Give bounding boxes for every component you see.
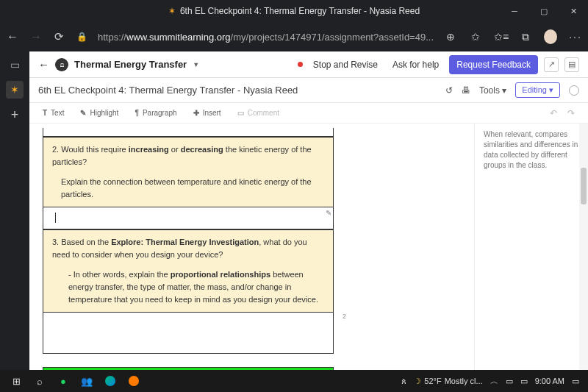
notifications-icon[interactable]: ▭	[572, 377, 579, 386]
page-content: ← ⩍ Thermal Energy Transfer ▼ Stop and R…	[29, 51, 588, 392]
weather-widget[interactable]: ☽ 52°F Mostly cl...	[414, 377, 482, 386]
close-button[interactable]: ✕	[559, 0, 588, 22]
print-icon[interactable]: 🖶	[462, 85, 470, 96]
back-button[interactable]: ←	[6, 30, 19, 43]
open-external-icon[interactable]: ↗	[544, 57, 559, 72]
insert-tool[interactable]: ✚Insert	[193, 109, 221, 117]
recording-dot-icon	[298, 62, 303, 67]
taskbar-teams-icon[interactable]: 👥	[75, 370, 98, 392]
dropdown-icon[interactable]: ▼	[193, 61, 199, 68]
sidebar-active-tab[interactable]: ✶	[6, 81, 24, 99]
menu-button[interactable]: ···	[569, 31, 582, 43]
accessibility-icon[interactable]: ጰ	[401, 377, 406, 386]
app-logo-icon: ⩍	[55, 58, 68, 71]
tray-display-icon[interactable]: ▭	[520, 377, 528, 386]
assignment-title[interactable]: Thermal Energy Transfer	[74, 59, 187, 70]
window-title: 6th EL Checkpoint 4: Thermal Energy Tran…	[180, 6, 420, 16]
undo-button[interactable]: ↶	[550, 108, 557, 118]
reload-button[interactable]: ⟳	[53, 30, 66, 43]
search-button[interactable]: ⌕	[28, 370, 51, 392]
question-3: 3. Based on the Explore: Thermal Energy …	[43, 229, 333, 313]
clipboard-icon[interactable]: ▤	[564, 57, 579, 72]
maximize-button[interactable]: ▢	[529, 0, 559, 22]
editing-mode-button[interactable]: Editing ▾	[515, 82, 560, 98]
zoom-icon[interactable]: ⊕	[444, 31, 457, 43]
app-header: ← ⩍ Thermal Energy Transfer ▼ Stop and R…	[29, 51, 588, 78]
address-bar[interactable]: https://www.summitlearning.org/my/projec…	[98, 32, 434, 43]
sidebar-add-button[interactable]: +	[6, 106, 24, 124]
voice-icon[interactable]	[569, 85, 579, 96]
browser-toolbar: ← → ⟳ 🔒 https://www.summitlearning.org/m…	[0, 22, 588, 51]
tray-chevron-icon[interactable]: ︿	[490, 376, 498, 387]
profile-avatar[interactable]	[544, 29, 557, 44]
clock[interactable]: 9:00 AM	[535, 377, 564, 385]
browser-sidebar: ▭ ✶ +	[0, 51, 29, 392]
sidebar-tab-icon[interactable]: ▭	[6, 56, 24, 74]
history-icon[interactable]: ↺	[445, 85, 453, 96]
document-page[interactable]: 2. Would this require increasing or decr…	[29, 124, 474, 392]
comment-tool[interactable]: ▭Comment	[237, 109, 279, 117]
edit-pencil-icon[interactable]: ✎	[326, 209, 331, 217]
ask-help-button[interactable]: Ask for help	[388, 57, 443, 73]
text-cursor	[55, 213, 56, 223]
document-title: 6th EL Checkpoint 4: Thermal Energy Tran…	[38, 85, 298, 96]
window-titlebar: ✶ 6th EL Checkpoint 4: Thermal Energy Tr…	[0, 0, 588, 22]
rubric-text: When relevant, compares similarities and…	[484, 129, 579, 171]
stop-revise-button[interactable]: Stop and Revise	[309, 57, 382, 73]
app-back-button[interactable]: ←	[38, 58, 49, 71]
tab-favicon: ✶	[168, 6, 176, 16]
favorite-icon[interactable]: ✩	[469, 31, 482, 43]
collections-icon[interactable]: ⧉	[519, 31, 532, 43]
start-button[interactable]: ⊞	[4, 370, 28, 392]
rubric-panel: When relevant, compares similarities and…	[474, 124, 588, 392]
tray-battery-icon[interactable]: ▭	[506, 377, 513, 386]
vertical-scrollbar[interactable]	[579, 124, 588, 392]
questions-table: 2. Would this require increasing or decr…	[43, 128, 334, 354]
weather-text: Mostly cl...	[445, 377, 483, 385]
tools-menu[interactable]: Tools ▾	[479, 85, 506, 96]
answer-input-3[interactable]: 2	[43, 313, 333, 354]
text-tool[interactable]: TText	[43, 109, 64, 117]
moon-icon: ☽	[414, 377, 421, 386]
redo-button[interactable]: ↷	[567, 108, 575, 118]
document-header: 6th EL Checkpoint 4: Thermal Energy Tran…	[29, 78, 588, 103]
comment-count[interactable]: 2	[343, 313, 346, 320]
taskbar-firefox-icon[interactable]	[122, 370, 146, 392]
windows-taskbar: ⊞ ⌕ ● 👥 ጰ ☽ 52°F Mostly cl... ︿ ▭ ▭ 9:00…	[0, 370, 588, 392]
format-toolbar: TText ✎Highlight ¶Paragraph ✚Insert ▭Com…	[29, 103, 588, 124]
taskbar-edge-icon[interactable]	[98, 370, 122, 392]
minimize-button[interactable]: ─	[500, 0, 529, 22]
favorites-bar-icon[interactable]: ✩≡	[494, 31, 507, 43]
temperature: 52°F	[424, 377, 441, 385]
request-feedback-button[interactable]: Request Feedback	[449, 55, 538, 74]
paragraph-tool[interactable]: ¶Paragraph	[135, 109, 176, 117]
highlight-tool[interactable]: ✎Highlight	[80, 109, 118, 117]
answer-input-2[interactable]: ✎	[43, 207, 333, 229]
lock-icon: 🔒	[76, 32, 87, 42]
forward-button[interactable]: →	[29, 30, 43, 43]
question-2: 2. Would this require increasing or decr…	[43, 137, 333, 207]
taskbar-spotify-icon[interactable]: ●	[51, 370, 75, 392]
